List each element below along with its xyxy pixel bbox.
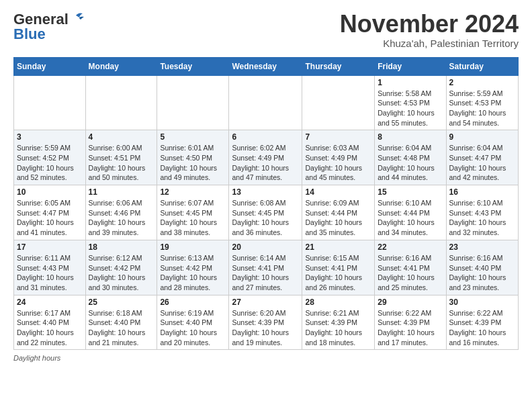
day-number: 9 [449, 132, 515, 142]
day-info: Sunrise: 6:20 AMSunset: 4:39 PMDaylight:… [232, 308, 299, 348]
calendar-cell: 20Sunrise: 6:14 AMSunset: 4:41 PMDayligh… [229, 240, 302, 295]
day-number: 23 [449, 242, 515, 252]
day-number: 14 [305, 187, 371, 197]
header: General Blue November 2024 Khuza'ah, Pal… [13, 11, 519, 49]
day-number: 12 [160, 187, 226, 197]
calendar-cell: 16Sunrise: 6:10 AMSunset: 4:43 PMDayligh… [446, 185, 518, 240]
day-info: Sunrise: 5:59 AMSunset: 4:52 PMDaylight:… [17, 143, 83, 183]
day-info: Sunrise: 6:10 AMSunset: 4:43 PMDaylight:… [449, 198, 515, 238]
day-info: Sunrise: 6:04 AMSunset: 4:48 PMDaylight:… [378, 143, 443, 183]
day-number: 20 [232, 242, 299, 252]
col-friday: Friday [375, 57, 446, 75]
calendar-week-1: 1Sunrise: 5:58 AMSunset: 4:53 PMDaylight… [14, 75, 519, 130]
day-number: 26 [160, 298, 226, 307]
day-number: 21 [305, 242, 371, 252]
calendar-cell: 25Sunrise: 6:18 AMSunset: 4:40 PMDayligh… [85, 295, 157, 350]
calendar-cell: 23Sunrise: 6:16 AMSunset: 4:40 PMDayligh… [446, 240, 518, 295]
calendar-cell: 8Sunrise: 6:04 AMSunset: 4:48 PMDaylight… [375, 130, 446, 185]
day-info: Sunrise: 5:59 AMSunset: 4:53 PMDaylight:… [449, 89, 515, 128]
calendar-cell: 4Sunrise: 6:00 AMSunset: 4:51 PMDaylight… [85, 130, 157, 185]
day-number: 1 [378, 78, 443, 87]
calendar-cell: 6Sunrise: 6:02 AMSunset: 4:49 PMDaylight… [229, 130, 302, 185]
calendar-cell: 30Sunrise: 6:22 AMSunset: 4:39 PMDayligh… [446, 295, 518, 350]
day-number: 24 [17, 298, 83, 307]
calendar-cell: 24Sunrise: 6:17 AMSunset: 4:40 PMDayligh… [14, 295, 86, 350]
day-info: Sunrise: 6:04 AMSunset: 4:47 PMDaylight:… [449, 143, 515, 183]
day-info: Sunrise: 6:18 AMSunset: 4:40 PMDaylight:… [89, 308, 154, 348]
day-number: 11 [89, 187, 154, 197]
calendar-table: Sunday Monday Tuesday Wednesday Thursday… [13, 57, 519, 351]
day-number: 17 [17, 242, 83, 252]
day-info: Sunrise: 6:16 AMSunset: 4:40 PMDaylight:… [449, 253, 515, 293]
day-info: Sunrise: 6:02 AMSunset: 4:49 PMDaylight:… [232, 143, 299, 183]
day-number: 3 [17, 132, 83, 142]
day-info: Sunrise: 6:21 AMSunset: 4:39 PMDaylight:… [305, 308, 371, 348]
calendar-cell [14, 75, 86, 130]
day-info: Sunrise: 6:08 AMSunset: 4:45 PMDaylight:… [232, 198, 299, 238]
day-number: 15 [378, 187, 443, 197]
calendar-cell: 22Sunrise: 6:16 AMSunset: 4:41 PMDayligh… [375, 240, 446, 295]
col-sunday: Sunday [14, 57, 86, 75]
day-number: 10 [17, 187, 83, 197]
calendar-cell [157, 75, 229, 130]
day-info: Sunrise: 6:11 AMSunset: 4:43 PMDaylight:… [17, 253, 83, 293]
day-info: Sunrise: 6:03 AMSunset: 4:49 PMDaylight:… [305, 143, 371, 183]
calendar-cell: 27Sunrise: 6:20 AMSunset: 4:39 PMDayligh… [229, 295, 302, 350]
calendar-cell: 26Sunrise: 6:19 AMSunset: 4:40 PMDayligh… [157, 295, 229, 350]
month-title: November 2024 [340, 11, 519, 38]
day-info: Sunrise: 6:15 AMSunset: 4:41 PMDaylight:… [305, 253, 371, 293]
day-number: 29 [378, 298, 443, 307]
col-saturday: Saturday [446, 57, 518, 75]
calendar-cell: 14Sunrise: 6:09 AMSunset: 4:44 PMDayligh… [302, 185, 375, 240]
calendar-cell: 21Sunrise: 6:15 AMSunset: 4:41 PMDayligh… [302, 240, 375, 295]
day-info: Sunrise: 6:05 AMSunset: 4:47 PMDaylight:… [17, 198, 83, 238]
day-info: Sunrise: 6:12 AMSunset: 4:42 PMDaylight:… [89, 253, 154, 293]
daylight-label: Daylight hours [13, 354, 60, 362]
day-number: 6 [232, 132, 299, 142]
calendar-week-4: 17Sunrise: 6:11 AMSunset: 4:43 PMDayligh… [14, 240, 519, 295]
calendar-cell: 3Sunrise: 5:59 AMSunset: 4:52 PMDaylight… [14, 130, 86, 185]
day-number: 28 [305, 298, 371, 307]
day-info: Sunrise: 6:17 AMSunset: 4:40 PMDaylight:… [17, 308, 83, 348]
day-info: Sunrise: 6:00 AMSunset: 4:51 PMDaylight:… [89, 143, 154, 183]
day-info: Sunrise: 6:10 AMSunset: 4:44 PMDaylight:… [378, 198, 443, 238]
day-number: 22 [378, 242, 443, 252]
day-info: Sunrise: 6:01 AMSunset: 4:50 PMDaylight:… [160, 143, 226, 183]
calendar-cell: 1Sunrise: 5:58 AMSunset: 4:53 PMDaylight… [375, 75, 446, 130]
day-number: 25 [89, 298, 154, 307]
day-number: 30 [449, 298, 515, 307]
location-text: Khuza'ah, Palestinian Territory [340, 38, 519, 49]
calendar-week-3: 10Sunrise: 6:05 AMSunset: 4:47 PMDayligh… [14, 185, 519, 240]
day-number: 7 [305, 132, 371, 142]
calendar-cell: 17Sunrise: 6:11 AMSunset: 4:43 PMDayligh… [14, 240, 86, 295]
day-info: Sunrise: 6:22 AMSunset: 4:39 PMDaylight:… [449, 308, 515, 348]
calendar-cell: 7Sunrise: 6:03 AMSunset: 4:49 PMDaylight… [302, 130, 375, 185]
day-number: 18 [89, 242, 154, 252]
calendar-cell: 13Sunrise: 6:08 AMSunset: 4:45 PMDayligh… [229, 185, 302, 240]
day-number: 19 [160, 242, 226, 252]
calendar-cell [85, 75, 157, 130]
day-info: Sunrise: 6:22 AMSunset: 4:39 PMDaylight:… [378, 308, 443, 348]
day-info: Sunrise: 6:09 AMSunset: 4:44 PMDaylight:… [305, 198, 371, 238]
main-container: General Blue November 2024 Khuza'ah, Pal… [0, 0, 532, 369]
day-info: Sunrise: 6:07 AMSunset: 4:45 PMDaylight:… [160, 198, 226, 238]
calendar-cell: 12Sunrise: 6:07 AMSunset: 4:45 PMDayligh… [157, 185, 229, 240]
logo: General Blue [13, 11, 84, 43]
day-info: Sunrise: 6:16 AMSunset: 4:41 PMDaylight:… [378, 253, 443, 293]
day-number: 4 [89, 132, 154, 142]
calendar-cell: 5Sunrise: 6:01 AMSunset: 4:50 PMDaylight… [157, 130, 229, 185]
calendar-week-5: 24Sunrise: 6:17 AMSunset: 4:40 PMDayligh… [14, 295, 519, 350]
day-info: Sunrise: 6:19 AMSunset: 4:40 PMDaylight:… [160, 308, 226, 348]
day-info: Sunrise: 5:58 AMSunset: 4:53 PMDaylight:… [378, 89, 443, 128]
col-wednesday: Wednesday [229, 57, 302, 75]
calendar-cell: 9Sunrise: 6:04 AMSunset: 4:47 PMDaylight… [446, 130, 518, 185]
calendar-week-2: 3Sunrise: 5:59 AMSunset: 4:52 PMDaylight… [14, 130, 519, 185]
calendar-cell: 10Sunrise: 6:05 AMSunset: 4:47 PMDayligh… [14, 185, 86, 240]
day-number: 2 [449, 78, 515, 87]
col-thursday: Thursday [302, 57, 375, 75]
calendar-cell: 15Sunrise: 6:10 AMSunset: 4:44 PMDayligh… [375, 185, 446, 240]
calendar-cell: 29Sunrise: 6:22 AMSunset: 4:39 PMDayligh… [375, 295, 446, 350]
logo-blue-text: Blue [13, 26, 46, 43]
calendar-cell [229, 75, 302, 130]
day-info: Sunrise: 6:14 AMSunset: 4:41 PMDaylight:… [232, 253, 299, 293]
